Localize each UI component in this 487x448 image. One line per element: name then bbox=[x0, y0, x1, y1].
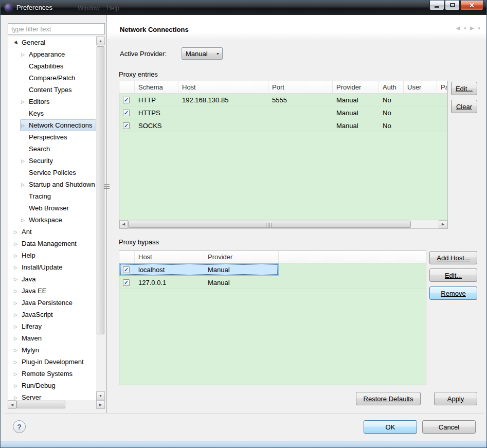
back-icon[interactable]: ◄ bbox=[455, 24, 461, 32]
proxy-bypass-edit-button[interactable]: Edit... bbox=[429, 268, 477, 282]
tree-item-run-debug[interactable]: ▷Run/Debug bbox=[8, 380, 96, 391]
ok-button[interactable]: OK bbox=[364, 420, 417, 434]
collapse-arrow-icon[interactable]: ▶ bbox=[13, 39, 21, 46]
column-header-schema[interactable]: Schema bbox=[135, 81, 178, 93]
proxy-entry-row[interactable]: ✓HTTP192.168.130.855555ManualNo bbox=[119, 94, 447, 106]
tree-item-javascript[interactable]: ▷JavaScript bbox=[8, 309, 96, 320]
tree-item-editors[interactable]: ▷Editors bbox=[8, 96, 96, 107]
tree-item-tracing[interactable]: Tracing bbox=[8, 190, 96, 202]
sash-grip[interactable] bbox=[103, 180, 111, 192]
expand-arrow-icon[interactable]: ▷ bbox=[14, 324, 22, 329]
minimize-button[interactable] bbox=[429, 1, 444, 10]
scrollbar-thumb[interactable] bbox=[16, 401, 65, 408]
proxy-entries-edit-button[interactable]: Edit... bbox=[451, 82, 477, 95]
tree-item-service-policies[interactable]: Service Policies bbox=[8, 167, 96, 178]
tree-item-remote-systems[interactable]: ▷Remote Systems bbox=[8, 368, 96, 380]
forward-dropdown-icon[interactable]: ▾ bbox=[478, 26, 480, 31]
scroll-down-icon[interactable]: ▼ bbox=[96, 391, 105, 400]
tree-item-appearance[interactable]: ▷Appearance bbox=[8, 48, 96, 60]
tree-item-compare-patch[interactable]: Compare/Patch bbox=[8, 72, 96, 84]
active-provider-select[interactable]: Manual ▼ bbox=[182, 47, 223, 60]
column-header-host[interactable]: Host bbox=[135, 251, 204, 263]
proxy-entry-row[interactable]: ✓SOCKSManualNo bbox=[119, 119, 447, 132]
tree-item-security[interactable]: ▷Security bbox=[8, 155, 96, 167]
tree-item-mylyn[interactable]: ▷Mylyn bbox=[8, 344, 96, 356]
checkbox[interactable]: ✓ bbox=[123, 266, 130, 273]
tree-item-perspectives[interactable]: Perspectives bbox=[8, 131, 96, 143]
apply-button[interactable]: Apply bbox=[434, 392, 477, 405]
tree-horizontal-scrollbar[interactable]: ◀ ▶ bbox=[8, 400, 105, 409]
expand-arrow-icon[interactable]: ▷ bbox=[14, 253, 22, 258]
cancel-button[interactable]: Cancel bbox=[422, 420, 476, 434]
checkbox[interactable]: ✓ bbox=[123, 122, 130, 129]
expand-arrow-icon[interactable]: ▷ bbox=[21, 218, 29, 223]
expand-arrow-icon[interactable]: ▷ bbox=[21, 158, 29, 164]
tree-item-plug-in-development[interactable]: ▷Plug-in Development bbox=[8, 356, 96, 368]
column-header-auth[interactable]: Auth bbox=[379, 81, 404, 93]
scroll-left-icon[interactable]: ◀ bbox=[119, 220, 128, 228]
proxy-bypass-row[interactable]: ✓localhostManual bbox=[119, 263, 426, 276]
scrollbar-track[interactable] bbox=[128, 220, 439, 228]
expand-arrow-icon[interactable]: ▷ bbox=[21, 182, 29, 187]
remove-button[interactable]: Remove bbox=[429, 286, 477, 300]
close-button[interactable]: ✕ bbox=[460, 1, 483, 10]
tree-item-install-update[interactable]: ▷Install/Update bbox=[8, 261, 96, 273]
column-header-port[interactable]: Port bbox=[268, 81, 333, 93]
expand-arrow-icon[interactable]: ▷ bbox=[14, 300, 22, 306]
column-header-checkbox[interactable] bbox=[119, 251, 135, 263]
tree-item-workspace[interactable]: ▷Workspace bbox=[8, 214, 96, 226]
column-header-password[interactable]: Password bbox=[437, 81, 447, 93]
tree-item-startup-and-shutdown[interactable]: ▷Startup and Shutdown bbox=[8, 178, 96, 190]
tree-item-help[interactable]: ▷Help bbox=[8, 249, 96, 261]
forward-icon[interactable]: ► bbox=[469, 24, 476, 32]
tree-item-content-types[interactable]: Content Types bbox=[8, 84, 96, 96]
back-dropdown-icon[interactable]: ▾ bbox=[464, 26, 466, 31]
expand-arrow-icon[interactable]: ▷ bbox=[21, 52, 29, 57]
tree-item-general[interactable]: ▶General bbox=[8, 37, 96, 48]
expand-arrow-icon[interactable]: ▷ bbox=[14, 241, 22, 246]
tree-item-keys[interactable]: Keys bbox=[8, 107, 96, 119]
tree-item-liferay[interactable]: ▷Liferay bbox=[8, 320, 96, 332]
expand-arrow-icon[interactable]: ▷ bbox=[21, 99, 29, 104]
expand-arrow-icon[interactable]: ▷ bbox=[14, 395, 22, 400]
scroll-up-icon[interactable]: ▲ bbox=[96, 37, 105, 45]
tree-item-ant[interactable]: ▷Ant bbox=[8, 226, 96, 238]
expand-arrow-icon[interactable]: ▷ bbox=[14, 265, 22, 270]
filter-input[interactable] bbox=[8, 23, 105, 34]
tree-item-java-persistence[interactable]: ▷Java Persistence bbox=[8, 297, 96, 309]
scroll-right-icon[interactable]: ▶ bbox=[96, 400, 105, 409]
expand-arrow-icon[interactable]: ▷ bbox=[21, 123, 29, 128]
checkbox[interactable]: ✓ bbox=[123, 279, 130, 286]
scrollbar-thumb[interactable] bbox=[128, 221, 411, 228]
proxy-entries-clear-button[interactable]: Clear bbox=[451, 100, 477, 113]
expand-arrow-icon[interactable]: ▷ bbox=[14, 277, 22, 282]
scroll-left-icon[interactable]: ◀ bbox=[8, 400, 16, 409]
tree-item-data-management[interactable]: ▷Data Management bbox=[8, 238, 96, 249]
tree-vertical-scrollbar[interactable]: ▲ ▼ bbox=[96, 37, 105, 400]
tree-item-java-ee[interactable]: ▷Java EE bbox=[8, 285, 96, 297]
expand-arrow-icon[interactable]: ▷ bbox=[14, 312, 22, 317]
tree-item-network-connections[interactable]: ▷Network Connections bbox=[8, 119, 96, 131]
expand-arrow-icon[interactable]: ▷ bbox=[14, 336, 22, 341]
panel-divider[interactable] bbox=[106, 15, 107, 413]
checkbox[interactable]: ✓ bbox=[123, 97, 130, 103]
restore-defaults-button[interactable]: Restore Defaults bbox=[356, 392, 421, 405]
expand-arrow-icon[interactable]: ▷ bbox=[14, 360, 22, 365]
help-button[interactable]: ? bbox=[13, 420, 26, 433]
expand-arrow-icon[interactable]: ▷ bbox=[14, 371, 22, 377]
column-header-host[interactable]: Host bbox=[178, 81, 268, 93]
expand-arrow-icon[interactable]: ▷ bbox=[14, 229, 22, 235]
tree-item-java[interactable]: ▷Java bbox=[8, 273, 96, 285]
column-header-provider[interactable]: Provider bbox=[204, 251, 279, 263]
column-header-provider[interactable]: Provider bbox=[333, 81, 379, 93]
checkbox[interactable]: ✓ bbox=[123, 110, 130, 116]
tree-item-server[interactable]: ▷Server bbox=[8, 391, 96, 400]
add-host-button[interactable]: Add Host... bbox=[429, 251, 477, 264]
table-horizontal-scrollbar[interactable]: ◀ ▶ bbox=[119, 220, 447, 228]
tree-item-web-browser[interactable]: Web Browser bbox=[8, 202, 96, 214]
column-header-checkbox[interactable] bbox=[119, 81, 135, 93]
column-header-user[interactable]: User bbox=[404, 81, 437, 93]
expand-arrow-icon[interactable]: ▷ bbox=[14, 348, 22, 353]
expand-arrow-icon[interactable]: ▷ bbox=[14, 289, 22, 294]
tree-item-maven[interactable]: ▷Maven bbox=[8, 332, 96, 344]
